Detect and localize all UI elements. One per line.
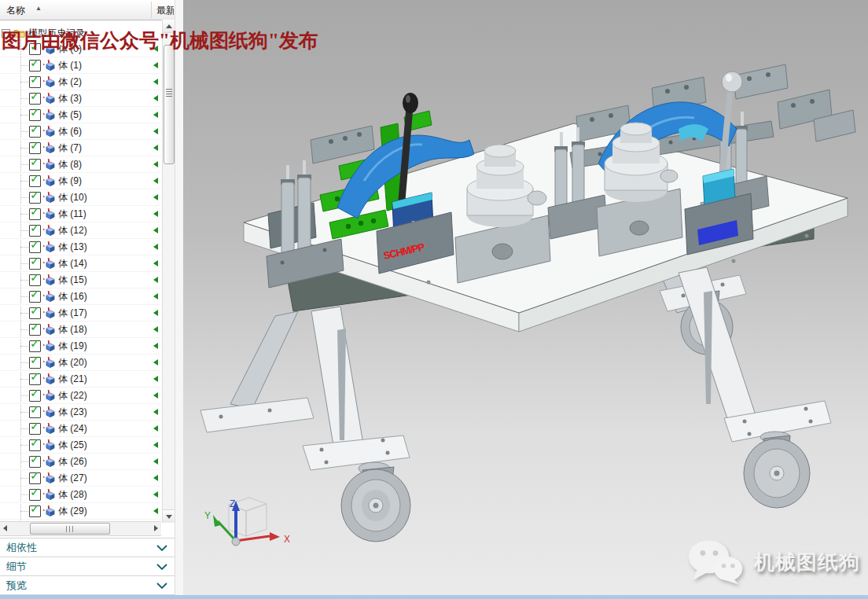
check-icon: ✓ [30, 336, 40, 351]
tree-row[interactable]: ✓ 体 (29) [0, 503, 161, 520]
tree-row[interactable]: ✓ 体 (25) [0, 437, 161, 454]
tree-branch-line [20, 181, 28, 182]
collapsed-panel[interactable]: 预览 [0, 575, 175, 595]
vertical-scroll-thumb[interactable] [164, 45, 175, 164]
visibility-checkbox[interactable]: ✓ [29, 258, 41, 270]
tree-item-label: 体 (1) [58, 59, 82, 72]
visibility-checkbox[interactable]: ✓ [29, 472, 41, 484]
tree-row[interactable]: ✓ 体 (20) [0, 355, 161, 371]
timestamp-marker-icon [153, 491, 158, 498]
tree-row[interactable]: ✓ 体 (14) [0, 255, 161, 272]
y-axis-label: Y [204, 510, 211, 521]
visibility-checkbox[interactable]: ✓ [29, 373, 41, 385]
tree-row[interactable]: ✓ 体 (2) [0, 74, 161, 90]
latest-column-header[interactable]: 最新 [156, 4, 174, 17]
visibility-checkbox[interactable]: ✓ [29, 307, 41, 319]
visibility-checkbox[interactable]: ✓ [29, 423, 41, 435]
tree-row[interactable]: ✓ 体 (28) [0, 487, 161, 503]
check-icon: ✓ [30, 237, 40, 252]
right-front-leg[interactable] [679, 267, 831, 442]
visibility-checkbox[interactable]: ✓ [29, 439, 41, 451]
tree-row[interactable]: ✓ 体 (27) [0, 470, 161, 487]
visibility-checkbox[interactable]: ✓ [29, 192, 41, 204]
tree-vertical-scrollbar[interactable] [162, 20, 175, 523]
visibility-checkbox[interactable]: ✓ [29, 505, 41, 517]
tree-row[interactable]: ✓ 体 (1) [0, 57, 161, 74]
tree-item-label: 体 (25) [58, 439, 87, 452]
tree-row[interactable]: ✓ 体 (15) [0, 272, 161, 288]
solid-body-icon [43, 456, 56, 468]
tree-row[interactable]: ✓ 体 (7) [0, 140, 161, 156]
visibility-checkbox[interactable]: ✓ [29, 43, 41, 55]
scroll-left-button[interactable] [0, 522, 12, 534]
tree-row[interactable]: ✓ 体 (18) [0, 322, 161, 338]
tree-row[interactable]: ✓ 体 (16) [0, 288, 161, 305]
tree-row[interactable]: ✓ 体 (26) [0, 454, 161, 470]
visibility-checkbox[interactable]: ✓ [29, 274, 41, 286]
left-front-leg[interactable] [303, 307, 410, 470]
tree-row[interactable]: ✓ 体 (5) [0, 107, 161, 123]
visibility-checkbox[interactable]: ✓ [29, 324, 41, 336]
visibility-checkbox[interactable]: ✓ [29, 456, 41, 468]
visibility-checkbox[interactable]: ✓ [29, 60, 41, 72]
collapsed-panel[interactable]: 细节 [0, 557, 175, 575]
column-divider[interactable] [151, 2, 152, 18]
name-column-header[interactable]: 名称 [6, 4, 25, 17]
model-tree: − 模型历史记录 ✓ 体 (0) ✓ [0, 20, 161, 535]
visibility-checkbox[interactable]: ✓ [29, 489, 41, 501]
z-axis-label: Z [230, 498, 235, 509]
visibility-checkbox[interactable]: ✓ [29, 76, 41, 88]
tree-row[interactable]: ✓ 体 (8) [0, 156, 161, 173]
panel-label: 相依性 [6, 541, 37, 555]
tree-item-label: 体 (18) [58, 323, 87, 336]
scroll-up-button[interactable] [163, 20, 175, 33]
tree-row[interactable]: ✓ 体 (17) [0, 305, 161, 322]
horizontal-scroll-thumb[interactable] [30, 523, 110, 535]
tree-row[interactable]: ✓ 体 (0) [0, 41, 161, 57]
tree-row[interactable]: ✓ 体 (3) [0, 90, 161, 107]
tree-branch-line [20, 362, 28, 363]
scroll-down-button[interactable] [163, 509, 175, 523]
tree-item-label: 体 (27) [58, 472, 87, 485]
tree-horizontal-scrollbar[interactable] [0, 521, 161, 536]
visibility-checkbox[interactable]: ✓ [29, 208, 41, 220]
visibility-checkbox[interactable]: ✓ [29, 109, 41, 121]
thumb-grip-icon [166, 89, 172, 97]
solid-body-icon [43, 340, 56, 352]
tree-row[interactable]: ✓ 体 (10) [0, 189, 161, 206]
tree-row[interactable]: ✓ 体 (19) [0, 338, 161, 355]
tree-row[interactable]: ✓ 体 (24) [0, 421, 161, 437]
visibility-checkbox[interactable]: ✓ [29, 390, 41, 402]
sort-ascending-icon[interactable]: ▲ [35, 5, 42, 12]
check-icon: ✓ [30, 56, 40, 70]
tree-row[interactable]: ✓ 体 (21) [0, 371, 161, 388]
visibility-checkbox[interactable]: ✓ [29, 126, 41, 138]
visibility-checkbox[interactable]: ✓ [29, 225, 41, 237]
tree-row[interactable]: ✓ 体 (12) [0, 222, 161, 239]
graphics-viewport[interactable]: SCHM/PP [183, 0, 868, 599]
visibility-checkbox[interactable]: ✓ [29, 241, 41, 253]
tree-row[interactable]: ✓ 体 (9) [0, 173, 161, 189]
tree-item-label: 体 (15) [58, 274, 87, 287]
tree-row[interactable]: ✓ 体 (22) [0, 388, 161, 404]
visibility-checkbox[interactable]: ✓ [29, 93, 41, 105]
right-caster-wheel[interactable] [744, 432, 810, 508]
solid-body-icon [43, 406, 56, 418]
visibility-checkbox[interactable]: ✓ [29, 357, 41, 369]
left-caster-wheel[interactable] [341, 462, 410, 542]
tree-row[interactable]: ✓ 体 (6) [0, 123, 161, 140]
tree-row[interactable]: ✓ 体 (23) [0, 404, 161, 421]
fixture-3d-model[interactable]: SCHM/PP [183, 0, 868, 599]
visibility-checkbox[interactable]: ✓ [29, 291, 41, 303]
visibility-checkbox[interactable]: ✓ [29, 159, 41, 171]
visibility-checkbox[interactable]: ✓ [29, 142, 41, 154]
scroll-right-button[interactable] [149, 522, 161, 534]
visibility-checkbox[interactable]: ✓ [29, 406, 41, 418]
tree-row[interactable]: ✓ 体 (13) [0, 239, 161, 255]
visibility-checkbox[interactable]: ✓ [29, 175, 41, 187]
tree-root-row[interactable]: − 模型历史记录 [0, 20, 161, 41]
collapsed-panel[interactable]: 相依性 [0, 538, 175, 557]
tree-row[interactable]: ✓ 体 (11) [0, 206, 161, 222]
collapse-expander-icon[interactable]: − [2, 29, 10, 38]
visibility-checkbox[interactable]: ✓ [29, 340, 41, 352]
